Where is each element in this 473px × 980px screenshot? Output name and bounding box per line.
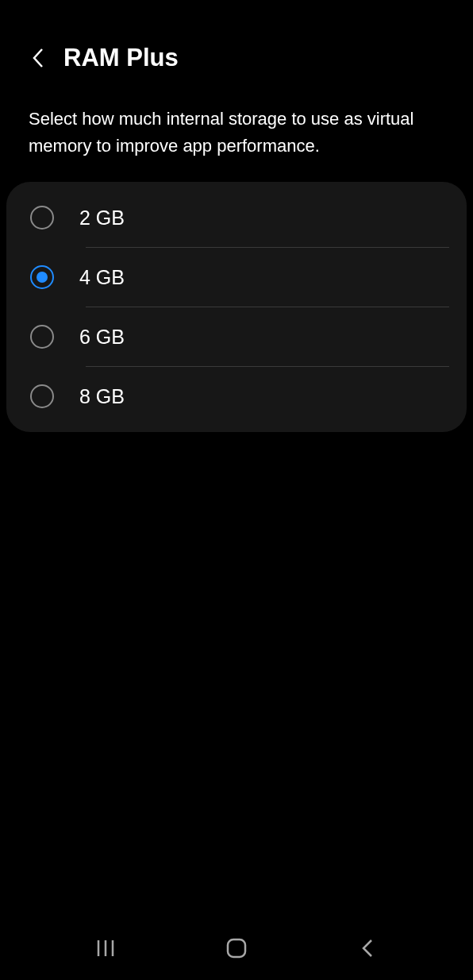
- option-label: 4 GB: [79, 266, 443, 289]
- option-8gb[interactable]: 8 GB: [6, 367, 467, 426]
- option-label: 8 GB: [79, 385, 443, 408]
- option-4gb[interactable]: 4 GB: [6, 248, 467, 307]
- navigation-bar: [0, 916, 473, 980]
- nav-recents-button[interactable]: [91, 934, 120, 963]
- page-description: Select how much internal storage to use …: [0, 88, 473, 182]
- nav-home-button[interactable]: [222, 934, 251, 963]
- radio-2gb[interactable]: [30, 206, 54, 230]
- radio-4gb[interactable]: [30, 265, 54, 289]
- option-label: 6 GB: [79, 326, 443, 349]
- nav-back-button[interactable]: [353, 934, 382, 963]
- option-2gb[interactable]: 2 GB: [6, 188, 467, 247]
- option-label: 2 GB: [79, 206, 443, 230]
- svg-rect-3: [228, 939, 245, 957]
- option-6gb[interactable]: 6 GB: [6, 307, 467, 366]
- page-title: RAM Plus: [63, 44, 179, 72]
- back-icon[interactable]: [29, 48, 48, 68]
- radio-8gb[interactable]: [30, 384, 54, 408]
- radio-6gb[interactable]: [30, 325, 54, 349]
- options-panel: 2 GB 4 GB 6 GB 8 GB: [6, 182, 467, 432]
